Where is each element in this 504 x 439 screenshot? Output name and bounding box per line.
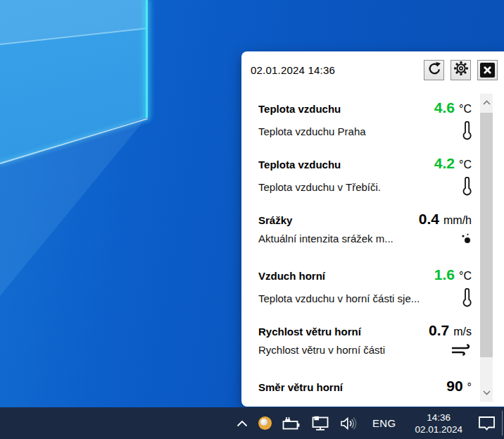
sensor-title: Srážky — [258, 214, 292, 226]
action-center-icon[interactable] — [478, 416, 496, 431]
system-tray: ENG 14:36 02.01.2024 — [237, 412, 478, 435]
sensor-subtitle: Rychlost větru v horní části — [258, 344, 385, 356]
sensor-value: 1.6 — [434, 266, 455, 283]
scrollbar-thumb[interactable] — [480, 113, 493, 357]
close-icon — [480, 63, 495, 78]
sensor-title: Teplota vzduchu — [258, 103, 341, 115]
volume-icon[interactable] — [340, 417, 359, 430]
refresh-icon — [427, 61, 442, 79]
show-desktop-button[interactable] — [502, 411, 503, 435]
sensor-value: 0.7 — [429, 322, 449, 339]
sensor-value: 0.4 — [419, 211, 439, 228]
chevron-up-icon[interactable] — [237, 420, 248, 427]
sensor-row[interactable]: Směr větru horní 90 ° — [258, 370, 472, 407]
sensor-row[interactable]: Srážky 0.4 mm/h Aktuální intenzita sráže… — [258, 203, 472, 259]
taskbar-clock[interactable]: 14:36 02.01.2024 — [409, 412, 471, 435]
taskbar[interactable]: ENG 14:36 02.01.2024 — [0, 407, 504, 439]
scrollbar-down-arrow[interactable] — [480, 384, 493, 402]
thermometer-icon — [448, 177, 472, 197]
sensor-row[interactable]: Rychlost větru horní 0.7 m/s Rychlost vě… — [258, 314, 472, 370]
sensor-subtitle: Teplota vzduchu Praha — [258, 125, 366, 137]
sensor-title: Rychlost větru horní — [258, 326, 361, 338]
sensor-value: 90 — [446, 378, 462, 395]
network-wired-icon[interactable] — [311, 416, 329, 431]
close-button[interactable] — [477, 60, 498, 80]
sensor-list: Teplota vzduchu 4.6 °C Teplota vzduchu P… — [258, 92, 472, 407]
panel-header: 02.01.2024 14:36 — [241, 51, 504, 88]
gear-icon — [453, 61, 469, 79]
header-buttons — [424, 60, 498, 80]
weather-app-tray-icon[interactable] — [258, 416, 272, 430]
thermometer-icon — [462, 121, 472, 141]
clock-time: 14:36 — [415, 412, 462, 423]
sensor-subtitle: Aktuální intenzita srážek m... — [258, 233, 393, 245]
sensor-row[interactable]: Vzduch horní 1.6 °C Teplota vzduchu v ho… — [258, 259, 472, 314]
sensor-unit: ° — [467, 381, 472, 394]
scrollbar-up-arrow[interactable] — [480, 94, 493, 111]
panel-datetime: 02.01.2024 14:36 — [251, 64, 335, 76]
wind-icon — [448, 344, 472, 356]
sensor-unit: m/s — [453, 326, 472, 338]
refresh-button[interactable] — [424, 60, 444, 80]
sensor-title: Směr větru horní — [258, 381, 343, 393]
battery-charging-icon[interactable] — [282, 416, 301, 431]
sensor-unit: °C — [459, 103, 472, 116]
raindrops-icon — [460, 233, 472, 245]
settings-button[interactable] — [451, 60, 471, 80]
language-indicator[interactable]: ENG — [370, 417, 398, 429]
weather-widget-panel: 02.01.2024 14:36 — [241, 51, 504, 407]
sensor-unit: °C — [459, 270, 472, 283]
sensor-row[interactable]: Teplota vzduchu 4.2 °C Teplota vzduchu v… — [258, 147, 472, 203]
thermometer-icon — [462, 288, 472, 308]
sensor-unit: mm/h — [443, 214, 472, 227]
raindrops-icon — [448, 233, 472, 245]
sensor-value: 4.2 — [434, 155, 455, 172]
sensor-title: Vzduch horní — [258, 270, 325, 282]
scrollbar[interactable] — [480, 94, 493, 402]
clock-date: 02.01.2024 — [415, 423, 462, 435]
thermometer-icon — [448, 288, 472, 308]
thermometer-icon — [448, 121, 472, 141]
sensor-row[interactable]: Teplota vzduchu 4.6 °C Teplota vzduchu P… — [258, 92, 472, 147]
sensor-value: 4.6 — [434, 99, 455, 116]
sensor-subtitle: Teplota vzduchu v Třebíči. — [258, 181, 381, 193]
sensor-unit: °C — [459, 159, 472, 171]
sensor-subtitle: Teplota vzduchu v horní části sje... — [258, 292, 420, 304]
thermometer-icon — [462, 177, 472, 197]
wind-icon — [451, 344, 472, 356]
sensor-title: Teplota vzduchu — [258, 159, 341, 171]
wallpaper-glow-edge-vertical — [146, 0, 148, 118]
